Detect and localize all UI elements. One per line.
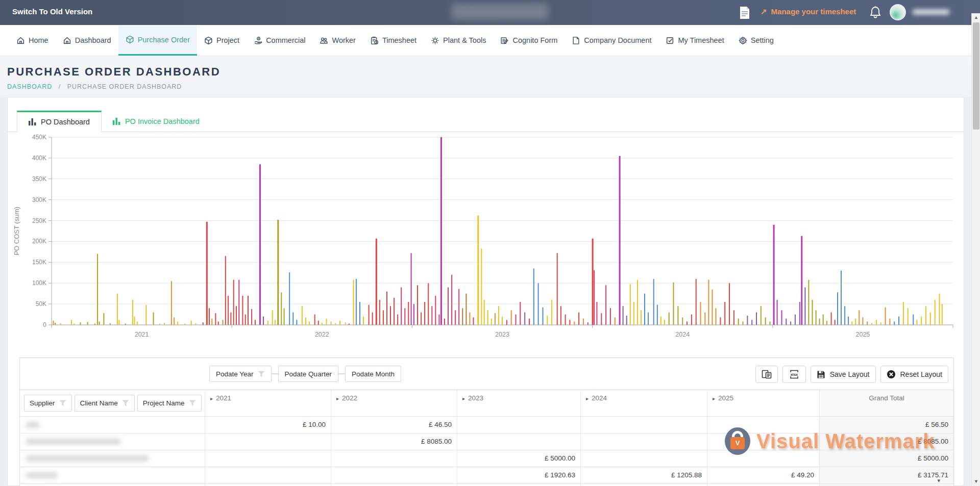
column-header-2023[interactable]: ▸2023: [457, 390, 581, 416]
svg-text:200K: 200K: [32, 238, 46, 245]
pivot-header-row: Supplier Client Name Project Name ▸2021 …: [20, 390, 953, 417]
table-row[interactable]: £ 10.00£ 46.50£ 56.50: [20, 417, 953, 433]
company-logo: [451, 4, 548, 20]
value-cell: [205, 433, 331, 450]
breadcrumb-dashboard-link[interactable]: DASHBOARD: [7, 83, 52, 90]
nav-item-company-document[interactable]: Company Document: [565, 25, 658, 56]
po-cost-chart[interactable]: 450K400K350K300K250K200K150K100K50K02021…: [11, 131, 961, 340]
value-cell: [205, 467, 331, 483]
field-chip-project-name[interactable]: Project Name: [137, 395, 202, 412]
value-cell: [707, 484, 820, 486]
filter-icon[interactable]: [122, 400, 129, 406]
save-layout-button[interactable]: Save Layout: [811, 366, 876, 383]
export-xlsx-button[interactable]: xlsx: [782, 366, 806, 383]
nav-item-dashboard[interactable]: Dashboard: [56, 25, 118, 56]
supplier-name-cell: [20, 433, 205, 450]
expand-icon[interactable]: ▸: [713, 396, 715, 401]
filter-icon[interactable]: [189, 400, 196, 406]
nav-item-commercial[interactable]: Commercial: [247, 25, 312, 56]
field-chooser-button[interactable]: [755, 366, 778, 383]
field-chip-podate-year[interactable]: Podate Year: [209, 366, 272, 382]
value-cell: [707, 417, 820, 433]
supplier-name-cell: [20, 417, 205, 433]
field-chip-client-name[interactable]: Client Name: [75, 395, 135, 412]
nav-item-setting[interactable]: Setting: [731, 25, 781, 56]
tab-po-invoice-dashboard[interactable]: PO Invoice Dashboard: [102, 111, 211, 132]
nav-item-plant-tools[interactable]: Plant & Tools: [424, 25, 493, 56]
value-cell: [331, 467, 457, 483]
grand-total-cell: £ 56.50: [820, 417, 953, 433]
scrollbar-up-arrow[interactable]: ▲: [972, 13, 980, 22]
svg-text:0: 0: [43, 321, 46, 328]
nav-item-timesheet[interactable]: Timesheet: [363, 25, 424, 56]
column-header-2025[interactable]: ▸2025: [707, 390, 820, 416]
nav-item-home[interactable]: Home: [9, 25, 56, 56]
username-label[interactable]: [913, 9, 949, 15]
nav-item-project[interactable]: Project: [197, 25, 247, 56]
cognito-form-icon: [500, 36, 509, 45]
breadcrumb-current: PURCHASE ORDER DASHBOARD: [67, 83, 182, 90]
expand-icon[interactable]: ▸: [462, 396, 465, 401]
main-nav: Home Dashboard Purchase Order Project Co…: [0, 25, 980, 56]
reset-icon: [887, 370, 896, 379]
value-cell: [331, 450, 457, 467]
avatar[interactable]: [890, 4, 906, 20]
grand-total-cell: £ 3175.71: [820, 467, 953, 483]
notifications-bell-icon[interactable]: [869, 6, 881, 21]
nav-item-worker[interactable]: Worker: [312, 25, 362, 56]
svg-text:2025: 2025: [855, 331, 870, 338]
expand-icon[interactable]: ▸: [586, 396, 589, 401]
column-header-2024[interactable]: ▸2024: [581, 390, 707, 416]
expand-icon[interactable]: ▸: [210, 396, 213, 401]
external-arrow-icon: ↗: [761, 7, 767, 16]
timesheet-icon: [370, 36, 379, 45]
value-cell: [581, 450, 707, 467]
pivot-data-rows: £ 10.00£ 46.50£ 56.50£ 8085.00£ 8085.00£…: [20, 417, 953, 486]
value-cell: £ 8085.00: [331, 433, 457, 450]
supplier-name-cell: [20, 484, 205, 486]
field-chip-podate-month[interactable]: Podate Month: [345, 366, 401, 382]
scroll-down-icon[interactable]: ▾: [937, 477, 940, 484]
value-cell: [457, 433, 581, 450]
value-cell: [581, 433, 707, 450]
scrollbar-down-arrow[interactable]: ▼: [972, 477, 980, 486]
table-row[interactable]: £ 1920.63£ 1205.88£ 49.20£ 3175.71: [20, 467, 953, 484]
page-scrollbar[interactable]: ▲ ▼: [971, 13, 980, 486]
value-cell: £ 46.50: [331, 417, 457, 433]
filter-icon[interactable]: [59, 400, 66, 406]
svg-text:50K: 50K: [36, 300, 46, 308]
svg-text:2022: 2022: [315, 331, 329, 338]
filter-icon[interactable]: [258, 371, 265, 377]
value-cell: [205, 450, 331, 467]
scrollbar-thumb[interactable]: [973, 22, 979, 130]
pivot-toolbar: xlsx Save Layout Reset Layout: [755, 366, 948, 383]
purchase-order-icon: [126, 35, 134, 44]
field-chip-supplier[interactable]: Supplier: [24, 395, 72, 412]
grand-total-cell: [820, 484, 953, 486]
switch-to-old-version-link[interactable]: Switch To Old Version: [12, 7, 92, 16]
value-cell: [457, 484, 581, 486]
svg-text:2023: 2023: [495, 331, 509, 338]
grand-total-cell: £ 5000.00: [820, 450, 953, 467]
column-header-2021[interactable]: ▸2021: [205, 390, 331, 416]
pivot-column-fields-row: Podate Year Podate Quarter Podate Month …: [20, 358, 953, 390]
commercial-icon: [254, 36, 262, 45]
table-row[interactable]: [20, 484, 953, 486]
dashboard-tabs: PO Dashboard PO Invoice Dashboard: [17, 111, 211, 132]
nav-item-my-timesheet[interactable]: My Timesheet: [658, 25, 731, 56]
nav-item-purchase-order[interactable]: Purchase Order: [118, 25, 197, 56]
nav-item-cognito-form[interactable]: Cognito Form: [493, 25, 565, 56]
supplier-name-cell: [20, 467, 205, 483]
reset-layout-button[interactable]: Reset Layout: [880, 366, 949, 383]
table-row[interactable]: £ 5000.00£ 5000.00: [20, 450, 953, 467]
expand-icon[interactable]: ▸: [336, 396, 339, 401]
value-cell: £ 1205.88: [581, 467, 707, 483]
value-cell: [581, 484, 707, 486]
tab-po-dashboard[interactable]: PO Dashboard: [17, 111, 102, 132]
table-row[interactable]: £ 8085.00£ 8085.00: [20, 433, 953, 450]
column-header-2022[interactable]: ▸2022: [331, 390, 457, 416]
field-chip-podate-quarter[interactable]: Podate Quarter: [278, 366, 338, 382]
value-cell: £ 49.20: [707, 467, 820, 483]
manage-timesheet-link[interactable]: ↗Manage your timesheet: [761, 7, 856, 16]
document-icon[interactable]: [739, 6, 750, 21]
